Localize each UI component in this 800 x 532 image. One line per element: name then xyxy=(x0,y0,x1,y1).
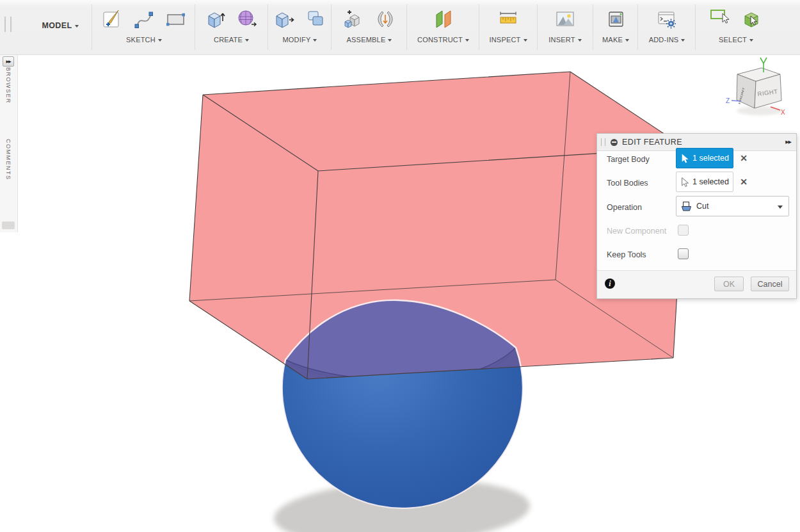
joint-icon[interactable] xyxy=(374,8,397,31)
toolbar-group-inspect: INSPECT xyxy=(481,3,536,52)
create-form-icon[interactable] xyxy=(236,8,259,31)
chevron-down-icon xyxy=(625,39,629,42)
toolbar-group-assemble: ASSEMBLE xyxy=(333,3,406,52)
expand-browser-button[interactable]: ▶▶ xyxy=(3,56,14,67)
sketch-menu[interactable]: SKETCH xyxy=(126,36,162,44)
toolbar-grip-icon[interactable] xyxy=(4,17,12,32)
expand-dialog-icon[interactable]: ▶▶ xyxy=(785,140,791,145)
sidebar-tab-browser[interactable]: BROWSER xyxy=(5,67,12,104)
combine-icon[interactable] xyxy=(305,8,328,31)
select-menu[interactable]: SELECT xyxy=(719,36,753,44)
workspace-switcher[interactable]: MODEL xyxy=(28,21,92,30)
inspect-menu[interactable]: INSPECT xyxy=(489,36,527,44)
workspace-label: MODEL xyxy=(42,21,72,30)
window-select-icon[interactable] xyxy=(708,5,732,28)
press-pull-icon[interactable] xyxy=(273,8,296,31)
select-solid-icon[interactable] xyxy=(740,8,764,31)
clear-target-body-icon[interactable]: ✕ xyxy=(738,152,749,164)
chevron-down-icon xyxy=(158,39,162,42)
z-axis-label: Z xyxy=(726,97,730,104)
sidebar-tab-comments[interactable]: COMMENTS xyxy=(5,139,12,181)
insert-menu[interactable]: INSERT xyxy=(548,36,581,44)
toolbar-group-sketch: SKETCH xyxy=(94,3,194,52)
spline-icon[interactable] xyxy=(132,8,156,31)
cut-operation-icon xyxy=(681,201,692,212)
x-axis-label: X xyxy=(781,109,785,116)
toolbar-group-addins: ADD-INS xyxy=(639,3,694,52)
toolbar-group-make: MAKE xyxy=(595,3,637,52)
chevron-down-icon xyxy=(524,39,527,42)
3d-print-icon[interactable] xyxy=(604,8,627,31)
rectangle-icon[interactable] xyxy=(164,8,188,31)
tool-bodies-count: 1 selected xyxy=(692,177,729,186)
panel-resize-handle[interactable] xyxy=(2,222,15,229)
chevron-down-icon xyxy=(75,25,79,28)
application-window: RIGHT FRONT Z X MODEL xyxy=(0,0,800,532)
extrude-icon[interactable] xyxy=(204,8,227,31)
create-sketch-icon[interactable] xyxy=(100,8,124,31)
dialog-title: EDIT FEATURE xyxy=(622,138,682,147)
chevron-down-icon xyxy=(681,39,685,42)
tool-bodies-selection-button[interactable]: 1 selected xyxy=(676,172,733,192)
scripts-addins-icon[interactable] xyxy=(655,8,678,31)
construction-plane-icon[interactable] xyxy=(432,8,455,31)
new-component-icon[interactable] xyxy=(342,8,365,31)
target-body-selection-button[interactable]: 1 selected xyxy=(676,148,733,168)
chevron-down-icon xyxy=(245,39,249,42)
cancel-button[interactable]: Cancel xyxy=(751,277,789,291)
toolbar-group-insert: INSERT xyxy=(539,3,591,52)
target-body-label: Target Body xyxy=(607,155,650,164)
view-cube[interactable]: RIGHT FRONT Z X xyxy=(726,58,785,116)
toolbar-group-construct: CONSTRUCT xyxy=(408,3,478,52)
chevron-down-icon xyxy=(778,206,783,209)
z-axis-icon xyxy=(732,101,740,101)
clear-tool-bodies-icon[interactable]: ✕ xyxy=(738,176,749,188)
toolbar-group-select: SELECT xyxy=(698,3,774,52)
operation-value: Cut xyxy=(696,202,708,211)
new-component-label: New Component xyxy=(607,227,666,236)
cursor-icon xyxy=(682,154,689,163)
new-component-checkbox xyxy=(678,225,689,236)
toolbar-group-create: CREATE xyxy=(196,3,267,52)
cursor-outline-icon xyxy=(682,177,689,187)
toolbar: MODEL xyxy=(0,0,800,55)
info-icon[interactable]: i xyxy=(605,278,615,289)
tool-bodies-label: Tool Bodies xyxy=(607,179,648,188)
chevron-down-icon xyxy=(388,39,392,42)
keep-tools-label: Keep Tools xyxy=(607,250,646,259)
modify-menu[interactable]: MODIFY xyxy=(283,36,317,44)
side-panel-strip: ▶▶ BROWSER COMMENTS xyxy=(0,55,18,232)
addins-menu[interactable]: ADD-INS xyxy=(649,36,685,44)
create-menu[interactable]: CREATE xyxy=(214,36,249,44)
feature-state-icon xyxy=(611,139,618,146)
chevron-down-icon xyxy=(578,39,582,42)
make-menu[interactable]: MAKE xyxy=(602,36,629,44)
edit-feature-dialog: EDIT FEATURE ▶▶ Target Body 1 selected ✕… xyxy=(596,133,797,299)
drag-grip-icon xyxy=(601,138,605,146)
chevron-down-icon xyxy=(465,39,469,42)
keep-tools-checkbox[interactable] xyxy=(678,248,689,259)
operation-dropdown[interactable]: Cut xyxy=(676,196,789,216)
operation-label: Operation xyxy=(607,203,642,212)
ok-button[interactable]: OK xyxy=(714,277,744,291)
target-body-count: 1 selected xyxy=(692,154,729,163)
insert-image-icon[interactable] xyxy=(554,8,577,31)
chevron-down-icon xyxy=(749,39,753,42)
measure-icon[interactable] xyxy=(497,8,520,31)
toolbar-group-modify: MODIFY xyxy=(269,3,330,52)
construct-menu[interactable]: CONSTRUCT xyxy=(417,36,469,44)
chevron-down-icon xyxy=(313,39,317,42)
dialog-footer: i OK Cancel xyxy=(597,270,796,298)
assemble-menu[interactable]: ASSEMBLE xyxy=(347,36,392,44)
